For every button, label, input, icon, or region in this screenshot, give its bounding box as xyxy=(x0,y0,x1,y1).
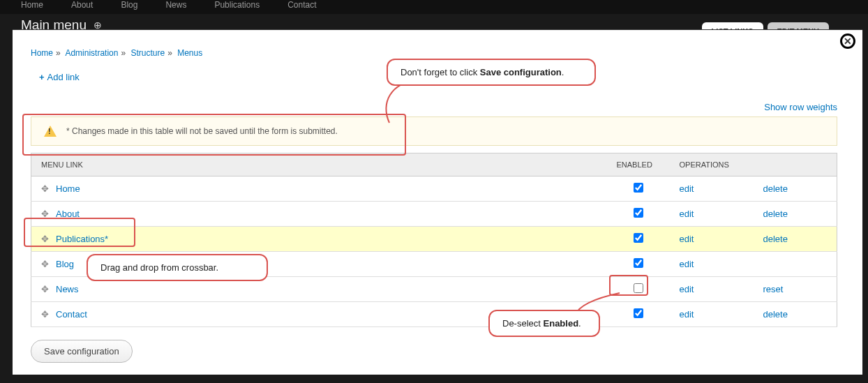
topnav-item[interactable]: Publications xyxy=(214,0,260,10)
menu-link-name[interactable]: News xyxy=(56,284,79,294)
warning-icon xyxy=(44,126,57,137)
topnav-item[interactable]: Home xyxy=(21,0,43,10)
breadcrumb-link[interactable]: Home xyxy=(31,48,53,58)
callout-save: Don't forget to click Save configuration… xyxy=(387,59,596,86)
drag-handle-icon[interactable]: ✥ xyxy=(41,309,49,320)
delete-link[interactable]: delete xyxy=(763,209,788,219)
warning-alert: * Changes made in this table will not be… xyxy=(31,117,837,146)
callout-deselect: De-select Enabled. xyxy=(488,310,600,337)
th-operations: OPERATIONS xyxy=(670,153,837,177)
edit-link[interactable]: edit xyxy=(680,234,694,244)
table-row: ✥Abouteditdelete xyxy=(31,202,837,227)
breadcrumb: Home» Administration» Structure» Menus xyxy=(31,48,837,58)
drag-handle-icon[interactable]: ✥ xyxy=(41,259,49,269)
th-enabled: ENABLED xyxy=(607,153,670,177)
menu-link-name[interactable]: Publications* xyxy=(56,234,108,244)
edit-link[interactable]: edit xyxy=(680,209,694,219)
show-row-weights-link[interactable]: Show row weights xyxy=(31,102,837,112)
plus-icon: + xyxy=(39,72,45,82)
table-row: ✥Publications*editdelete xyxy=(31,227,837,252)
warning-text: * Changes made in this table will not be… xyxy=(66,126,338,136)
th-menu-link: MENU LINK xyxy=(31,153,607,177)
table-row: ✥Homeeditdelete xyxy=(31,177,837,202)
edit-link[interactable]: edit xyxy=(680,284,694,294)
topnav-item[interactable]: Contact xyxy=(287,0,316,10)
delete-link[interactable]: delete xyxy=(763,183,788,194)
top-nav: Home About Blog News Publications Contac… xyxy=(0,0,868,14)
enabled-checkbox[interactable] xyxy=(634,258,643,268)
menu-link-name[interactable]: Home xyxy=(56,183,80,194)
enabled-checkbox[interactable] xyxy=(634,308,643,318)
edit-link[interactable]: edit xyxy=(680,259,694,269)
menu-links-table: MENU LINK ENABLED OPERATIONS ✥Homeeditde… xyxy=(31,153,837,327)
menu-link-name[interactable]: Blog xyxy=(56,259,74,269)
topnav-item[interactable]: About xyxy=(71,0,93,10)
callout-drag: Drag and drop from crossbar. xyxy=(87,254,268,281)
enabled-checkbox[interactable] xyxy=(634,183,643,193)
edit-link[interactable]: edit xyxy=(680,183,694,194)
drag-handle-icon[interactable]: ✥ xyxy=(41,209,49,219)
topnav-item[interactable]: News xyxy=(165,0,186,10)
drag-handle-icon[interactable]: ✥ xyxy=(41,284,49,294)
breadcrumb-link[interactable]: Structure xyxy=(130,48,165,58)
menu-link-name[interactable]: Contact xyxy=(56,309,87,320)
reset-link[interactable]: reset xyxy=(763,284,784,294)
breadcrumb-link[interactable]: Menus xyxy=(177,48,202,58)
drag-handle-icon[interactable]: ✥ xyxy=(41,183,49,194)
save-configuration-button[interactable]: Save configuration xyxy=(31,340,133,363)
enabled-checkbox[interactable] xyxy=(634,233,643,243)
table-row: ✥Contacteditdelete xyxy=(31,302,837,327)
breadcrumb-link[interactable]: Administration xyxy=(65,48,118,58)
enabled-checkbox[interactable] xyxy=(634,208,643,218)
topnav-item[interactable]: Blog xyxy=(121,0,137,10)
enabled-checkbox[interactable] xyxy=(634,283,643,293)
close-icon[interactable]: ✕ xyxy=(840,33,855,49)
delete-link[interactable]: delete xyxy=(763,309,788,320)
drag-handle-icon[interactable]: ✥ xyxy=(41,234,49,244)
edit-link[interactable]: edit xyxy=(680,309,694,320)
delete-link[interactable]: delete xyxy=(763,234,788,244)
menu-link-name[interactable]: About xyxy=(56,209,80,219)
